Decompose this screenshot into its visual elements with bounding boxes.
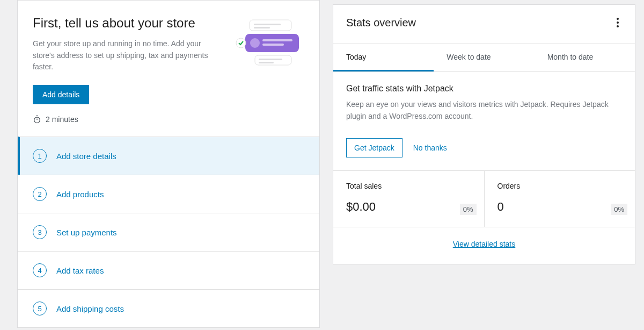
svg-rect-12 — [259, 59, 282, 60]
stat-value: $0.00 — [346, 200, 471, 214]
stat-cell-orders: Orders00% — [484, 171, 635, 227]
stat-cell-total-sales: Total sales$0.000% — [333, 171, 484, 227]
step-number-badge: 1 — [33, 149, 47, 163]
step-label: Set up payments — [56, 228, 117, 237]
setup-description: Get your store up and running in no time… — [33, 38, 221, 73]
stat-label: Total sales — [346, 182, 471, 190]
stats-tab-week-to-date[interactable]: Week to date — [434, 44, 534, 71]
stats-tabs: TodayWeek to dateMonth to date — [333, 44, 635, 72]
add-details-button[interactable]: Add details — [33, 85, 89, 104]
step-label: Add shipping costs — [56, 304, 124, 313]
stat-percent-badge: 0% — [460, 204, 477, 215]
jetpack-description: Keep an eye on your views and visitors m… — [346, 99, 622, 122]
svg-point-7 — [250, 38, 260, 48]
stopwatch-icon — [33, 115, 41, 124]
step-label: Add tax rates — [56, 266, 104, 275]
setup-card: First, tell us about your store Get your… — [17, 0, 320, 328]
stats-tab-month-to-date[interactable]: Month to date — [535, 44, 635, 71]
setup-step-1[interactable]: 1Add store details — [18, 137, 319, 175]
stats-title: Stats overview — [346, 17, 416, 29]
jetpack-title: Get traffic stats with Jetpack — [346, 84, 622, 94]
step-number-badge: 2 — [33, 187, 47, 201]
setup-step-4[interactable]: 4Add tax rates — [18, 251, 319, 289]
svg-rect-4 — [254, 24, 281, 25]
setup-step-2[interactable]: 2Add products — [18, 175, 319, 213]
setup-title: First, tell us about your store — [33, 16, 221, 31]
jetpack-promo: Get traffic stats with Jetpack Keep an e… — [333, 72, 635, 170]
step-label: Add products — [56, 190, 104, 199]
time-estimate-text: 2 minutes — [46, 115, 78, 124]
step-number-badge: 5 — [33, 302, 47, 315]
stats-grid: Total sales$0.000%Orders00% — [333, 170, 635, 227]
stat-label: Orders — [497, 182, 623, 190]
svg-rect-8 — [262, 39, 292, 41]
step-number-badge: 3 — [33, 225, 47, 239]
stats-tab-today[interactable]: Today — [333, 44, 434, 71]
time-estimate: 2 minutes — [33, 115, 221, 124]
step-label: Add store details — [56, 152, 116, 161]
svg-rect-5 — [254, 27, 270, 28]
svg-point-10 — [236, 38, 246, 48]
stats-menu-button[interactable] — [613, 15, 622, 31]
svg-rect-13 — [259, 62, 274, 63]
setup-illustration — [229, 16, 304, 77]
stats-overview-card: Stats overview TodayWeek to dateMonth to… — [333, 4, 635, 264]
setup-step-5[interactable]: 5Add shipping costs — [18, 289, 319, 327]
view-detailed-stats-link[interactable]: View detailed stats — [453, 240, 515, 248]
step-number-badge: 4 — [33, 263, 47, 277]
stat-value: 0 — [497, 200, 623, 214]
svg-rect-9 — [262, 44, 284, 46]
no-thanks-link[interactable]: No thanks — [413, 144, 447, 152]
get-jetpack-button[interactable]: Get Jetpack — [346, 138, 402, 157]
svg-point-0 — [34, 117, 40, 123]
stat-percent-badge: 0% — [611, 204, 627, 215]
setup-step-3[interactable]: 3Set up payments — [18, 213, 319, 251]
